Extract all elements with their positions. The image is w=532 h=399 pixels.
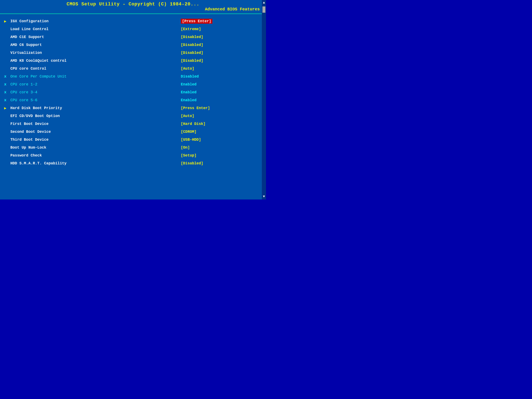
menu-item-label: Boot Up Num-Lock (10, 146, 46, 150)
menu-item-prefix: x (4, 98, 10, 102)
value-text: [Press Enter] (181, 19, 212, 24)
scrollbar-thumb (262, 6, 265, 13)
value-text: Enabled (181, 98, 196, 102)
header: CMOS Setup Utility - Copyright (C) 1984-… (0, 0, 266, 14)
value-text: Enabled (181, 90, 196, 94)
menu-item-label: One Core Per Compute Unit (10, 74, 66, 79)
value-text: [Auto] (181, 66, 194, 71)
value-item[interactable]: [Disabled] (181, 49, 264, 57)
menu-item-label: AMD C1E Support (10, 35, 44, 39)
value-text: [Hard Disk] (181, 122, 206, 126)
menu-item-prefix: ▶ (4, 19, 10, 24)
value-text: [Disabled] (181, 161, 203, 165)
value-text: [Auto] (181, 114, 194, 118)
value-item[interactable]: [Press Enter] (181, 104, 264, 112)
menu-item[interactable]: HDD S.M.A.R.T. Capability (4, 159, 175, 167)
value-item[interactable]: [Disabled] (181, 159, 264, 167)
value-text: Enabled (181, 82, 196, 86)
menu-item-label: Virtualization (10, 51, 42, 55)
values-list: [Press Enter][Extreme][Disabled][Disable… (179, 16, 266, 193)
value-text: [CDROM] (181, 130, 196, 134)
menu-item[interactable]: AMD K8 Cool&Quiet control (4, 57, 175, 65)
menu-item-prefix: x (4, 74, 10, 79)
value-item[interactable]: [Hard Disk] (181, 120, 264, 128)
menu-item-label: IGX Configuration (10, 19, 49, 23)
value-item[interactable]: [Auto] (181, 112, 264, 120)
scroll-down-arrow[interactable]: ▼ (263, 195, 265, 198)
menu-item-label: CPU core Control (10, 66, 46, 71)
menu-item-prefix: x (4, 90, 10, 94)
menu-item[interactable]: Load Line Control (4, 25, 175, 33)
menu-item-label: AMD C6 Support (10, 43, 42, 47)
menu-item[interactable]: AMD C6 Support (4, 41, 175, 49)
menu-item-label: CPU core 1-2 (10, 82, 38, 86)
menu-item-label: Third Boot Device (10, 138, 49, 142)
value-text: [Press Enter] (181, 106, 210, 110)
menu-item-label: CPU core 3-4 (10, 90, 38, 94)
value-item[interactable]: [Disabled] (181, 57, 264, 65)
menu-item-prefix: x (4, 82, 10, 86)
menu-item[interactable]: Virtualization (4, 49, 175, 57)
menu-item[interactable]: ▶IGX Configuration (4, 17, 175, 25)
value-text: [Disabled] (181, 59, 203, 63)
menu-item-label: Second Boot Device (10, 130, 51, 134)
value-item[interactable]: [Extreme] (181, 25, 264, 33)
value-item[interactable]: Disabled (181, 73, 264, 80)
menu-item[interactable]: xOne Core Per Compute Unit (4, 73, 175, 80)
value-text: [Extreme] (181, 27, 201, 31)
scroll-up-arrow[interactable]: ▲ (262, 0, 266, 5)
menu-item[interactable]: AMD C1E Support (4, 33, 175, 41)
value-item[interactable]: [Auto] (181, 65, 264, 73)
menu-item-prefix: ▶ (4, 106, 10, 110)
value-item[interactable]: Enabled (181, 96, 264, 104)
menu-item[interactable]: xCPU core 5-6 (4, 96, 175, 104)
header-title: CMOS Setup Utility - Copyright (C) 1984-… (4, 2, 262, 7)
scrollbar[interactable]: ▲ ▼ (262, 0, 266, 200)
value-item[interactable]: Enabled (181, 88, 264, 96)
menu-item-label: Hard Disk Boot Priority (10, 106, 62, 110)
menu-item[interactable]: ▶Hard Disk Boot Priority (4, 104, 175, 112)
value-item[interactable]: [Disabled] (181, 41, 264, 49)
value-item[interactable]: [Setup] (181, 152, 264, 159)
menu-item[interactable]: xCPU core 3-4 (4, 88, 175, 96)
menu-item[interactable]: Second Boot Device (4, 128, 175, 136)
value-text: [USB-HDD] (181, 138, 201, 142)
menu-item-label: Password Check (10, 153, 42, 158)
menu-item-label: AMD K8 Cool&Quiet control (10, 59, 66, 63)
menu-item-label: CPU core 5-6 (10, 98, 38, 102)
menu-item-label: EFI CD/DVD Boot Option (10, 114, 60, 118)
value-text: [Disabled] (181, 51, 203, 55)
content-area: ▶IGX ConfigurationLoad Line ControlAMD C… (0, 14, 266, 195)
value-item[interactable]: [Press Enter] (181, 17, 264, 25)
menu-item[interactable]: EFI CD/DVD Boot Option (4, 112, 175, 120)
value-text: [Setup] (181, 153, 196, 158)
value-text: [On] (181, 146, 190, 150)
bios-screen: CMOS Setup Utility - Copyright (C) 1984-… (0, 0, 266, 200)
header-subtitle: Advanced BIOS Features (4, 7, 262, 12)
menu-item-label: Load Line Control (10, 27, 49, 31)
menu-item[interactable]: First Boot Device (4, 120, 175, 128)
value-item[interactable]: [Disabled] (181, 33, 264, 41)
menu-item-label: HDD S.M.A.R.T. Capability (10, 161, 66, 165)
value-item[interactable]: [USB-HDD] (181, 136, 264, 144)
menu-item[interactable]: xCPU core 1-2 (4, 80, 175, 88)
value-item[interactable]: [On] (181, 144, 264, 152)
menu-item[interactable]: CPU core Control (4, 65, 175, 73)
menu-item[interactable]: Password Check (4, 152, 175, 159)
value-text: Disabled (181, 74, 199, 79)
value-text: [Disabled] (181, 35, 203, 39)
value-item[interactable]: [CDROM] (181, 128, 264, 136)
value-item[interactable]: Enabled (181, 80, 264, 88)
menu-item[interactable]: Boot Up Num-Lock (4, 144, 175, 152)
value-text: [Disabled] (181, 43, 203, 47)
menu-item-label: First Boot Device (10, 122, 49, 126)
menu-list: ▶IGX ConfigurationLoad Line ControlAMD C… (0, 16, 179, 193)
menu-item[interactable]: Third Boot Device (4, 136, 175, 144)
